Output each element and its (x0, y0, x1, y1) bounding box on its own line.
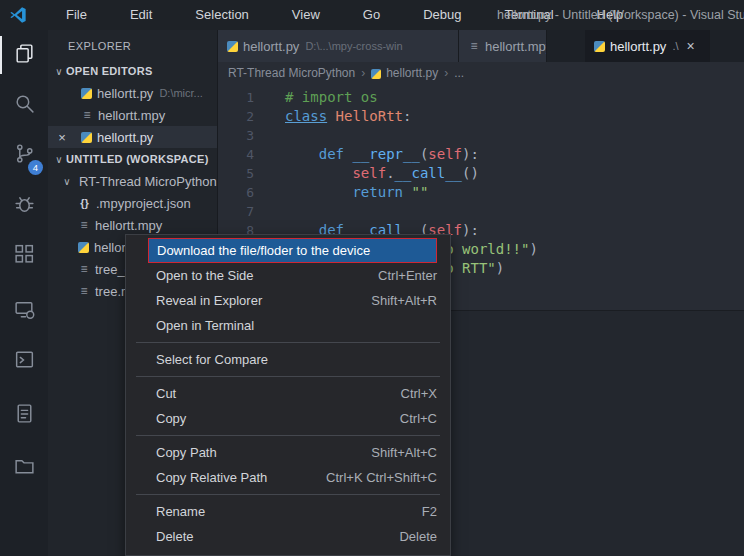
close-icon[interactable]: × (687, 38, 695, 54)
code-line: 4 def __repr__(self): (218, 145, 744, 164)
context-menu-item[interactable]: Select for Compare (126, 347, 450, 372)
report-icon (13, 402, 36, 428)
terminal-button[interactable] (0, 336, 48, 386)
binary-file-icon: ≡ (78, 218, 90, 232)
code-line: 1# import os (218, 88, 744, 107)
python-file-icon (78, 242, 89, 253)
explorer-button[interactable] (0, 30, 48, 80)
context-menu-item[interactable]: RenameF2 (126, 499, 450, 524)
code-text: return "" (285, 183, 428, 202)
folder-icon (13, 454, 36, 480)
json-file-icon: {} (78, 197, 91, 209)
open-editor-item[interactable]: ≡hellortt.mpy (48, 104, 217, 126)
open-editors-label: OPEN EDITORS (66, 65, 153, 77)
context-menu-item[interactable]: Download the file/floder to the device (148, 238, 437, 263)
file-name: hellortt.mpy (98, 108, 165, 123)
chevron-down-icon: ∨ (52, 154, 66, 165)
menu-separator (136, 376, 440, 377)
code-line: 5 self.__call__() (218, 164, 744, 183)
file-name: hellortt.mpy (95, 218, 162, 233)
open-editors-header[interactable]: ∨ OPEN EDITORS (48, 60, 217, 82)
editor-tab[interactable]: hellortt.pyD:\...\mpy-cross-win (218, 30, 459, 62)
menu-file[interactable]: File (36, 3, 100, 28)
binary-file-icon: ≡ (78, 284, 90, 298)
menu-separator (136, 435, 440, 436)
context-menu-item[interactable]: DeleteDelete (126, 524, 450, 549)
menu-item-label: Open in Terminal (156, 311, 437, 341)
remote-device-icon (13, 298, 36, 324)
menu-item-label: Copy (156, 404, 380, 434)
menu-separator (136, 342, 440, 343)
activity-bar: 4 (0, 30, 48, 556)
python-file-icon (81, 132, 92, 143)
output-button[interactable] (0, 390, 48, 440)
search-button[interactable] (0, 80, 48, 130)
context-menu: Download the file/floder to the deviceOp… (125, 234, 451, 556)
close-icon[interactable]: × (55, 130, 69, 145)
line-number: 3 (218, 126, 254, 145)
menu-item-label: Delete (156, 522, 379, 552)
context-menu-item[interactable]: Copy Relative PathCtrl+K Ctrl+Shift+C (126, 465, 450, 490)
code-text: class HelloRtt: (285, 107, 411, 126)
open-editor-item[interactable]: ×hellortt.py (48, 126, 217, 148)
menu-item-label: Select for Compare (156, 345, 437, 375)
python-file-icon (371, 68, 381, 78)
chevron-right-icon: › (444, 66, 448, 80)
project-folder-button[interactable] (0, 442, 48, 492)
debug-button[interactable] (0, 180, 48, 230)
breadcrumb-item[interactable]: hellortt.py (386, 66, 438, 80)
code-line: 3 (218, 126, 744, 145)
debug-icon (13, 192, 36, 218)
menu-item-label: Copy Relative Path (156, 463, 306, 493)
source-control-button[interactable]: 4 (0, 130, 48, 180)
workspace-label: UNTITLED (WORKSPACE) (66, 153, 209, 165)
breadcrumb-item[interactable]: RT-Thread MicroPython (228, 66, 355, 80)
editor-tab[interactable]: ≡hellortt.mpy (459, 30, 547, 62)
context-menu-item[interactable]: Open in Terminal (126, 313, 450, 338)
folder-row[interactable]: ∨ RT-Thread MicroPython (48, 170, 217, 192)
title-bar: FileEditSelectionViewGoDebugTerminalHelp… (0, 0, 744, 30)
tab-detail: D:\...\mpy-cross-win (305, 40, 402, 52)
chevron-down-icon: ∨ (52, 66, 66, 77)
file-name: hellortt.py (97, 86, 153, 101)
file-detail: D:\micr... (159, 87, 202, 99)
breadcrumb-item[interactable]: ... (454, 66, 464, 80)
tab-label: hellortt.py (610, 39, 666, 54)
context-menu-item[interactable]: Open to the SideCtrl+Enter (126, 263, 450, 288)
extensions-icon (13, 242, 36, 268)
code-line: 7 (218, 202, 744, 221)
context-menu-item[interactable]: Copy PathShift+Alt+C (126, 440, 450, 465)
menu-item-shortcut: Ctrl+C (400, 404, 437, 434)
search-icon (13, 92, 36, 118)
menu-selection[interactable]: Selection (165, 3, 261, 28)
python-file-icon (594, 41, 605, 52)
context-menu-item[interactable]: CopyCtrl+C (126, 406, 450, 431)
code-text: def __repr__(self): (285, 145, 479, 164)
context-menu-item[interactable]: Reveal in ExplorerShift+Alt+R (126, 288, 450, 313)
menu-separator (136, 494, 440, 495)
remote-device-button[interactable] (0, 286, 48, 336)
line-number: 2 (218, 107, 254, 126)
menu-debug[interactable]: Debug (393, 3, 474, 28)
binary-file-icon: ≡ (78, 262, 90, 276)
open-editor-item[interactable]: hellortt.pyD:\micr... (48, 82, 217, 104)
terminal-icon (13, 348, 36, 374)
code-text: # import os (285, 88, 378, 107)
breadcrumb: RT-Thread MicroPython›hellortt.py›... (218, 62, 744, 84)
tree-item[interactable]: ≡hellortt.mpy (48, 214, 217, 236)
line-number: 6 (218, 183, 254, 202)
folder-name: RT-Thread MicroPython (79, 174, 217, 189)
menu-edit[interactable]: Edit (100, 3, 165, 28)
menu-view[interactable]: View (262, 3, 333, 28)
vscode-logo-icon (9, 6, 27, 24)
tree-item[interactable]: {}.mpyproject.json (48, 192, 217, 214)
tab-label: hellortt.py (243, 39, 299, 54)
extensions-button[interactable] (0, 230, 48, 280)
python-file-icon (227, 41, 238, 52)
context-menu-item[interactable]: CutCtrl+X (126, 381, 450, 406)
workspace-header[interactable]: ∨ UNTITLED (WORKSPACE) (48, 148, 217, 170)
menu-item-shortcut: Delete (399, 522, 437, 552)
menu-go[interactable]: Go (333, 3, 393, 28)
file-name: .mpyproject.json (96, 196, 191, 211)
editor-tab[interactable]: hellortt.py.\× (585, 30, 710, 62)
